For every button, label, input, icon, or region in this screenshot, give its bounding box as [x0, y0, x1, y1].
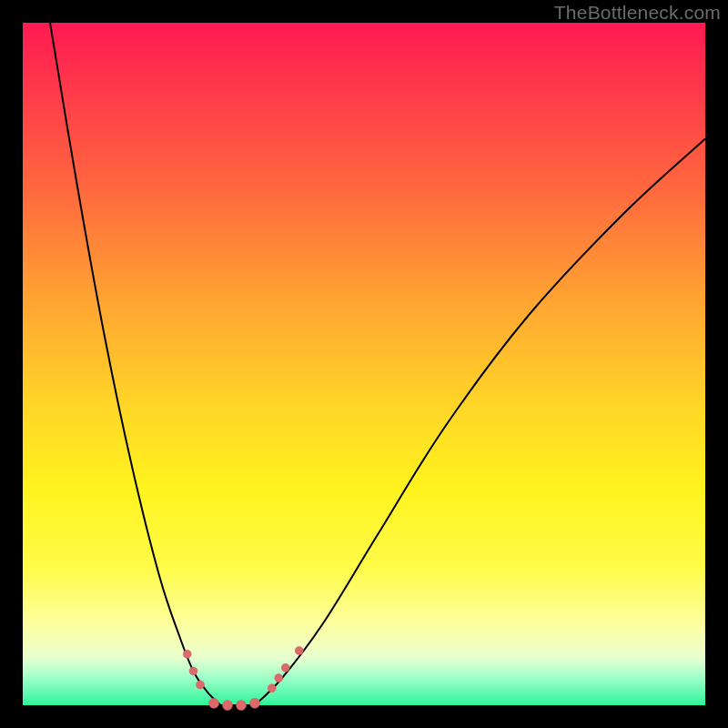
threshold-marker: [295, 647, 303, 655]
threshold-marker: [237, 701, 247, 711]
bottleneck-curve: [50, 23, 705, 707]
threshold-marker: [223, 701, 233, 711]
plot-area: [23, 23, 705, 705]
curve-layer: [50, 23, 705, 707]
threshold-marker: [209, 698, 219, 708]
marker-layer: [183, 647, 303, 711]
threshold-marker: [281, 663, 289, 672]
threshold-marker: [189, 667, 197, 675]
threshold-marker: [268, 684, 276, 693]
threshold-marker: [183, 650, 191, 658]
chart-svg: [23, 23, 705, 705]
watermark-text: TheBottleneck.com: [554, 2, 721, 24]
threshold-marker: [275, 674, 283, 682]
chart-frame: TheBottleneck.com: [0, 0, 728, 728]
threshold-marker: [197, 681, 205, 689]
threshold-marker: [250, 698, 260, 708]
